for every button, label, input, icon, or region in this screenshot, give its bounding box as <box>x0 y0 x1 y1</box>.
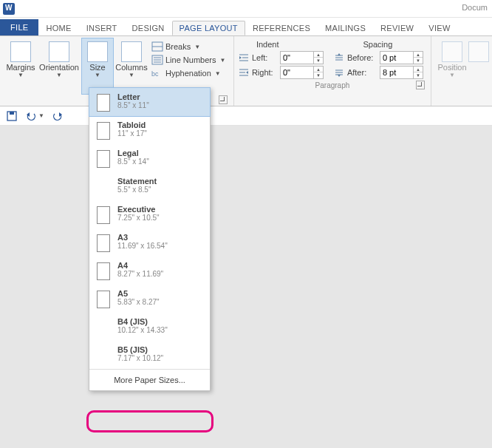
page-setup-extras: Breaks ▼ Line Numbers ▼ bc Hyphenation ▼ <box>149 38 228 95</box>
ribbon: Margins ▼ Orientation ▼ Size ▼ Columns ▼ <box>0 35 492 106</box>
tab-file[interactable]: FILE <box>0 19 38 35</box>
margins-label: Margins <box>6 64 35 72</box>
spacing-before-spinner[interactable]: ▲▼ <box>380 51 423 64</box>
paper-thumb-icon <box>97 262 110 280</box>
indent-right-icon <box>239 68 249 77</box>
undo-split-icon[interactable]: ▼ <box>38 112 44 119</box>
spacing-before-input[interactable] <box>380 53 413 62</box>
paper-thumb-icon <box>97 122 110 140</box>
columns-icon <box>121 41 142 62</box>
orientation-button[interactable]: Orientation ▼ <box>38 38 80 95</box>
hyphenation-icon: bc <box>151 68 163 78</box>
spinner-up-icon[interactable]: ▲ <box>314 67 323 72</box>
svg-marker-14 <box>338 53 341 55</box>
document-canvas[interactable] <box>0 126 492 448</box>
size-option-name: A4 <box>117 261 163 270</box>
svg-rect-24 <box>10 112 14 115</box>
size-option-name: Executive <box>117 205 160 214</box>
indent-left-label: Left: <box>252 53 277 62</box>
size-option-a3[interactable]: A311.69" x 16.54" <box>89 228 210 257</box>
indent-right-spinner[interactable]: ▲▼ <box>280 66 324 79</box>
group-arrange: Position ▼ <box>431 36 492 106</box>
breaks-icon <box>151 41 163 52</box>
tab-home[interactable]: HOME <box>38 21 78 35</box>
columns-button[interactable]: Columns ▼ <box>115 38 148 95</box>
hyphenation-button[interactable]: bc Hyphenation ▼ <box>149 67 228 79</box>
title-bar: Docum <box>0 0 492 18</box>
position-icon <box>442 41 462 62</box>
chevron-down-icon: ▼ <box>56 72 62 78</box>
undo-icon[interactable] <box>25 110 37 122</box>
save-icon[interactable] <box>6 110 18 122</box>
size-button[interactable]: Size ▼ <box>81 38 114 95</box>
spinner-down-icon[interactable]: ▼ <box>414 72 423 78</box>
size-option-name: Statement <box>117 177 157 186</box>
page-size-icon <box>87 41 108 62</box>
size-option-letter[interactable]: Letter8.5" x 11" <box>89 88 210 116</box>
margins-icon <box>10 41 31 62</box>
spinner-up-icon[interactable]: ▲ <box>414 52 423 58</box>
more-paper-sizes-button[interactable]: More Paper Sizes... <box>89 373 210 387</box>
size-option-name: Letter <box>117 92 149 101</box>
indent-right-input[interactable] <box>281 68 313 77</box>
spacing-before-icon <box>334 53 344 62</box>
tab-view[interactable]: VIEW <box>421 21 457 35</box>
size-option-dimensions: 8.27" x 11.69" <box>117 270 163 278</box>
spinner-down-icon[interactable]: ▼ <box>414 58 423 64</box>
spinner-down-icon[interactable]: ▼ <box>314 72 323 78</box>
group-paragraph: Indent Spacing Left: ▲▼ Before: ▲▼ Right… <box>234 36 431 106</box>
spacing-after-label: After: <box>347 68 377 77</box>
spacing-header: Spacing <box>363 40 393 49</box>
svg-marker-22 <box>338 75 341 77</box>
orientation-label: Orientation <box>39 64 79 72</box>
size-option-name: B4 (JIS) <box>117 317 168 326</box>
indent-left-spinner[interactable]: ▲▼ <box>280 51 324 64</box>
size-option-name: Legal <box>117 149 149 157</box>
indent-right-label: Right: <box>252 68 277 77</box>
tab-review[interactable]: REVIEW <box>373 21 421 35</box>
size-option-dimensions: 8.5" x 11" <box>117 101 149 109</box>
hyphenation-label: Hyphenation <box>165 69 211 78</box>
indent-left-input[interactable] <box>281 53 313 62</box>
size-option-name: A5 <box>117 289 160 298</box>
size-option-tabloid[interactable]: Tabloid11" x 17" <box>89 116 210 144</box>
size-option-b4-jis-[interactable]: B4 (JIS)10.12" x 14.33" <box>89 313 210 341</box>
tab-page-layout[interactable]: PAGE LAYOUT <box>172 21 245 35</box>
size-option-dimensions: 7.17" x 10.12" <box>117 354 163 362</box>
size-option-dimensions: 5.5" x 8.5" <box>117 186 157 194</box>
redo-icon[interactable] <box>52 110 64 122</box>
size-option-b5-jis-[interactable]: B5 (JIS)7.17" x 10.12" <box>89 341 210 369</box>
size-option-executive[interactable]: Executive7.25" x 10.5" <box>89 200 210 228</box>
spinner-up-icon[interactable]: ▲ <box>314 52 323 58</box>
size-option-a5[interactable]: A55.83" x 8.27" <box>89 285 210 313</box>
spinner-up-icon[interactable]: ▲ <box>414 67 423 72</box>
paper-thumb-icon <box>97 234 110 252</box>
chevron-down-icon: ▼ <box>95 72 100 78</box>
spinner-down-icon[interactable]: ▼ <box>314 58 323 64</box>
size-option-legal[interactable]: Legal8.5" x 14" <box>89 144 210 172</box>
tab-references[interactable]: REFERENCES <box>245 21 318 35</box>
tab-insert[interactable]: INSERT <box>79 21 125 35</box>
quick-access-toolbar: ▼ <box>0 106 492 126</box>
tab-mailings[interactable]: MAILINGS <box>318 21 373 35</box>
columns-label: Columns <box>115 64 147 72</box>
line-numbers-button[interactable]: Line Numbers ▼ <box>149 54 228 66</box>
paragraph-dialog-launcher[interactable] <box>416 81 425 89</box>
size-option-name: Tabloid <box>117 121 147 129</box>
size-option-a4[interactable]: A48.27" x 11.69" <box>89 257 210 285</box>
tab-design[interactable]: DESIGN <box>125 21 172 35</box>
size-option-name: B5 (JIS) <box>117 345 163 354</box>
margins-button[interactable]: Margins ▼ <box>4 38 37 95</box>
size-dropdown-gallery: Letter8.5" x 11"Tabloid11" x 17"Legal8.5… <box>89 87 211 391</box>
breaks-button[interactable]: Breaks ▼ <box>149 41 228 52</box>
chevron-down-icon: ▼ <box>129 72 134 78</box>
spacing-before-label: Before: <box>347 53 377 62</box>
spacing-after-input[interactable] <box>380 68 413 77</box>
size-option-dimensions: 8.5" x 14" <box>117 157 149 166</box>
breaks-label: Breaks <box>165 42 191 51</box>
size-option-statement[interactable]: Statement5.5" x 8.5" <box>89 172 210 200</box>
chevron-down-icon: ▼ <box>449 72 455 78</box>
spacing-after-spinner[interactable]: ▲▼ <box>380 66 423 79</box>
size-option-dimensions: 11" x 17" <box>117 129 147 138</box>
page-setup-dialog-launcher[interactable] <box>219 95 228 104</box>
